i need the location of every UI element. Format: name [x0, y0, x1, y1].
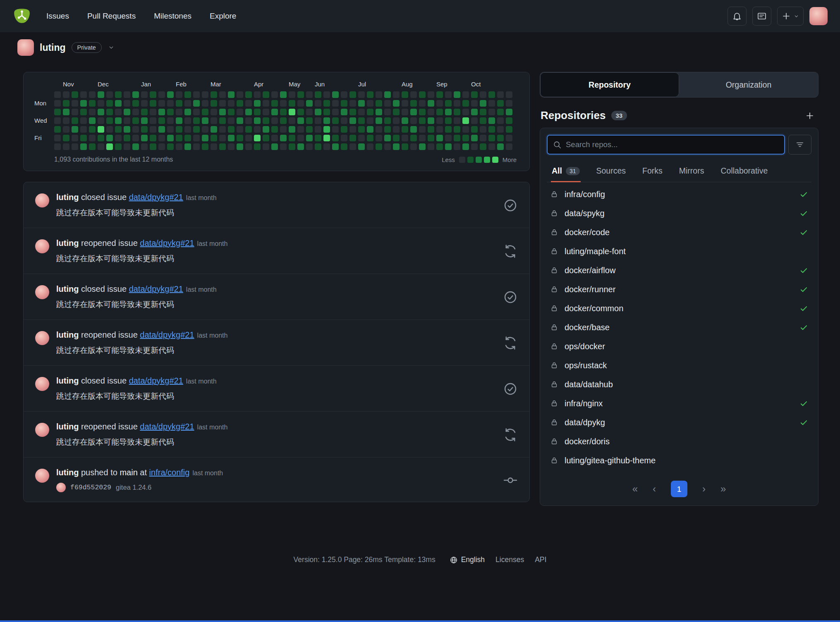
repo-list-item[interactable]: docker/base [547, 318, 811, 337]
user-avatar[interactable] [809, 7, 828, 25]
feed-actor-link[interactable]: luting [56, 330, 79, 339]
repo-list-item[interactable]: data/dpykg [547, 413, 811, 432]
repo-list-item[interactable]: infra/config [547, 185, 811, 204]
repo-list-item[interactable]: ops/docker [547, 337, 811, 356]
profile-avatar[interactable] [17, 39, 34, 56]
pagination-next-button[interactable]: › [702, 484, 706, 494]
filter-tab-sources[interactable]: Sources [596, 161, 627, 182]
feed-avatar[interactable] [35, 423, 49, 437]
filter-tab-collaborative[interactable]: Collaborative [720, 161, 768, 182]
heatmap-cell [202, 100, 208, 107]
nav-item-issues[interactable]: Issues [46, 12, 69, 21]
feed-avatar[interactable] [35, 331, 49, 345]
feed-repo-link[interactable]: data/dpykg#21 [129, 193, 183, 202]
feed-repo-link[interactable]: data/dpykg#21 [140, 238, 194, 248]
footer-link-licenses[interactable]: Licenses [495, 555, 524, 564]
feed-actor-link[interactable]: luting [56, 468, 79, 477]
heatmap-cell [254, 135, 261, 141]
heatmap-cell [358, 126, 365, 133]
heatmap-cell [306, 100, 313, 107]
pagination-prev-button[interactable]: ‹ [653, 484, 656, 494]
heatmap-cell [471, 135, 478, 141]
filter-tab-mirrors[interactable]: Mirrors [678, 161, 705, 182]
feed-avatar[interactable] [35, 469, 49, 483]
feed-action-text: reopened issue [81, 422, 138, 431]
repo-list-item[interactable]: docker/runner [547, 280, 811, 299]
heatmap-cell [445, 100, 452, 107]
add-repository-button[interactable] [804, 110, 816, 122]
heatmap-cell [211, 126, 217, 133]
heatmap-cell [219, 126, 226, 133]
feed-actor-link[interactable]: luting [56, 193, 79, 202]
heatmap-cell [358, 91, 365, 98]
heatmap-cell [141, 143, 148, 150]
feed-repo-link[interactable]: data/dpykg#21 [140, 330, 194, 339]
heatmap-cell [98, 109, 104, 115]
feed-actor-link[interactable]: luting [56, 422, 79, 431]
feed-actor-link[interactable]: luting [56, 238, 79, 248]
repo-list-item[interactable]: data/datahub [547, 375, 811, 394]
heatmap-cell [228, 91, 235, 98]
feed-avatar[interactable] [35, 285, 49, 299]
profile-dropdown-chevron-icon[interactable] [108, 44, 115, 51]
heatmap-cell [358, 135, 365, 141]
gitea-logo[interactable] [12, 7, 31, 26]
feed-issue-title: 跳过存在版本可能导致未更新代码 [56, 345, 491, 356]
repo-filter-button[interactable] [788, 135, 811, 155]
heatmap-cell [393, 109, 400, 115]
heatmap-cell [506, 135, 512, 141]
feed-avatar[interactable] [35, 239, 49, 253]
repo-list-item[interactable]: infra/nginx [547, 394, 811, 413]
nav-item-pull-requests[interactable]: Pull Requests [87, 12, 136, 21]
filter-tab-forks[interactable]: Forks [641, 161, 663, 182]
footer-link-english[interactable]: English [450, 555, 485, 564]
heatmap-cell [202, 91, 208, 98]
feed-repo-link[interactable]: infra/config [149, 468, 190, 477]
heatmap-cell [202, 143, 208, 150]
heatmap-cell [141, 126, 148, 133]
heatmap-cell [132, 100, 139, 107]
repo-list-item[interactable]: data/spykg [547, 204, 811, 223]
repo-search-input[interactable] [566, 140, 779, 149]
feed-repo-link[interactable]: data/dpykg#21 [129, 284, 183, 293]
repo-list-item[interactable]: ops/rustack [547, 356, 811, 375]
heatmap-cell [376, 109, 382, 115]
feed-actor-link[interactable]: luting [56, 284, 79, 293]
nav-item-explore[interactable]: Explore [210, 12, 236, 21]
repo-list-item[interactable]: docker/code [547, 223, 811, 242]
repo-list-item[interactable]: docker/common [547, 299, 811, 318]
pagination-current-page[interactable]: 1 [671, 481, 687, 497]
feed-repo-link[interactable]: data/dpykg#21 [129, 376, 183, 385]
cards-button[interactable] [752, 7, 771, 26]
lock-icon [550, 323, 558, 331]
repo-list-item[interactable]: luting/gitea-github-theme [547, 451, 811, 470]
heatmap-cell [271, 135, 278, 141]
heatmap-day-label: Fri [34, 135, 54, 141]
pagination-last-button[interactable]: » [720, 484, 726, 494]
tab-organization[interactable]: Organization [679, 72, 818, 97]
footer-link-api[interactable]: API [535, 555, 546, 564]
commit-sha-link[interactable]: f69d552029 [70, 484, 111, 491]
tab-repository[interactable]: Repository [540, 72, 679, 97]
heatmap-cell [323, 135, 330, 141]
repo-list-item[interactable]: docker/airflow [547, 261, 811, 280]
heatmap-cell [436, 143, 443, 150]
feed-actor-link[interactable]: luting [56, 376, 79, 385]
heatmap-cell [289, 100, 295, 107]
feed-avatar[interactable] [35, 377, 49, 391]
feed-repo-link[interactable]: data/dpykg#21 [140, 422, 194, 431]
notifications-button[interactable] [728, 7, 747, 26]
repo-list-item[interactable]: docker/doris [547, 432, 811, 451]
repo-list-item[interactable]: luting/maple-font [547, 242, 811, 261]
heatmap-cell [445, 91, 452, 98]
feed-avatar[interactable] [35, 193, 49, 207]
heatmap-cell [315, 109, 321, 115]
heatmap-month-label: Sep [436, 81, 448, 88]
create-new-button[interactable] [777, 7, 804, 26]
heatmap-cell [280, 91, 287, 98]
nav-item-milestones[interactable]: Milestones [154, 12, 191, 21]
heatmap-cell [115, 143, 122, 150]
pagination-first-button[interactable]: « [632, 484, 638, 494]
heatmap-cell [436, 100, 443, 107]
filter-tab-all[interactable]: All31 [551, 161, 581, 182]
